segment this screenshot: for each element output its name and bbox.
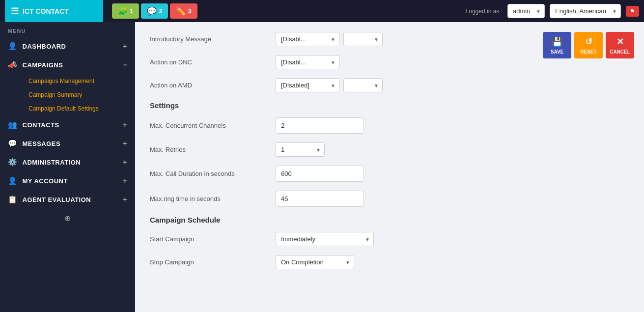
cancel-label: CANCEL xyxy=(610,49,630,55)
flag-button[interactable]: ⚑ xyxy=(626,6,639,17)
campaigns-management-link[interactable]: Campaigns Management xyxy=(20,74,135,88)
start-campaign-row: Start Campaign Immediately Scheduled xyxy=(150,232,629,246)
cancel-button[interactable]: ✕ CANCEL xyxy=(606,32,634,58)
intro-select1-wrapper[interactable]: [Disabl... xyxy=(276,32,339,46)
max-concurrent-channels-input[interactable] xyxy=(276,117,364,134)
max-ring-time-controls xyxy=(276,191,364,207)
sidebar: MENU 👤 DASHBOARD + 📣 CAMPAIGNS − Campaig… xyxy=(0,22,135,312)
sidebar-dashboard-label: DASHBOARD xyxy=(23,43,66,50)
action-on-amd-controls: [Disabled] xyxy=(276,78,383,92)
action-on-dnc-controls: [Disabl... xyxy=(276,55,339,69)
intro-message-select2[interactable] xyxy=(343,32,383,46)
max-concurrent-channels-row: Max. Concurrent Channels xyxy=(150,117,629,134)
sidebar-item-contacts[interactable]: 👥 CONTACTS + xyxy=(0,115,135,134)
reset-label: RESET xyxy=(580,49,596,55)
dashboard-expand-icon: + xyxy=(123,42,127,50)
max-call-duration-input[interactable] xyxy=(276,166,364,182)
tab-3-button[interactable]: ✏️ 3 xyxy=(170,3,197,19)
administration-expand-icon: + xyxy=(123,158,127,166)
campaigns-submenu: Campaigns Management Campaign Summary Ca… xyxy=(0,74,135,115)
max-ring-time-label: Max.ring time in seconds xyxy=(150,195,268,202)
max-retries-select-wrapper[interactable]: 1 2 3 xyxy=(276,142,325,157)
action-on-amd-select2[interactable] xyxy=(343,78,383,92)
campaign-summary-link[interactable]: Campaign Summary xyxy=(20,88,135,102)
agent-evaluation-expand-icon: + xyxy=(123,196,127,203)
reset-button[interactable]: ↺ RESET xyxy=(574,32,603,58)
dashboard-icon: 👤 xyxy=(8,42,18,51)
action-on-dnc-select[interactable]: [Disabl... xyxy=(276,55,339,69)
start-campaign-select-wrapper[interactable]: Immediately Scheduled xyxy=(276,232,374,246)
lang-select-wrapper[interactable]: English, American xyxy=(550,4,621,18)
intro-message-select1[interactable]: [Disabl... xyxy=(276,32,339,46)
max-call-duration-row: Max. Call Duration in seconds xyxy=(150,166,629,182)
stop-campaign-select[interactable]: On Completion Scheduled xyxy=(276,255,354,269)
save-icon: 💾 xyxy=(552,36,562,47)
admin-select[interactable]: admin xyxy=(507,4,545,18)
start-campaign-select[interactable]: Immediately Scheduled xyxy=(276,232,374,246)
sidebar-item-messages[interactable]: 💬 MESSAGES + xyxy=(0,134,135,153)
sidebar-contacts-label: CONTACTS xyxy=(23,121,59,129)
messages-expand-icon: + xyxy=(123,140,127,147)
sidebar-agent-evaluation-label: AGENT EVALUATION xyxy=(23,196,91,203)
stop-campaign-controls: On Completion Scheduled xyxy=(276,255,354,269)
header-right: Logged in as : admin English, American ⚑ xyxy=(466,4,639,18)
lang-select[interactable]: English, American xyxy=(550,4,621,18)
sidebar-campaigns-label: CAMPAIGNS xyxy=(23,61,63,69)
logged-in-label: Logged in as : xyxy=(466,8,503,15)
tab-2-button[interactable]: 💬 2 xyxy=(141,3,168,19)
introductory-message-controls: [Disabl... xyxy=(276,32,383,46)
sidebar-item-my-account[interactable]: 👤 MY ACCOUNT + xyxy=(0,171,135,190)
start-campaign-controls: Immediately Scheduled xyxy=(276,232,374,246)
intro-select2-wrapper[interactable] xyxy=(343,32,383,46)
max-call-duration-controls xyxy=(276,166,364,182)
sidebar-item-administration[interactable]: ⚙️ ADMINISTRATION + xyxy=(0,153,135,171)
campaigns-icon: 📣 xyxy=(8,60,18,69)
bottom-add-icon: ⊕ xyxy=(64,214,71,223)
max-ring-time-input[interactable] xyxy=(276,191,364,207)
tab-2-label: 2 xyxy=(159,7,162,15)
messages-icon: 💬 xyxy=(8,139,18,148)
contacts-icon: 👥 xyxy=(8,120,18,129)
sidebar-messages-label: MESSAGES xyxy=(23,140,61,147)
dnc-select-wrapper[interactable]: [Disabl... xyxy=(276,55,339,69)
sidebar-administration-label: ADMINISTRATION xyxy=(23,159,81,166)
sidebar-bottom-add[interactable]: ⊕ xyxy=(0,209,135,228)
max-retries-row: Max. Retries 1 2 3 xyxy=(150,142,629,157)
brand: ☰ ICT CONTACT xyxy=(5,0,103,22)
agent-evaluation-icon: 📋 xyxy=(8,195,18,204)
amd-select1-wrapper[interactable]: [Disabled] xyxy=(276,78,339,92)
campaign-default-settings-link[interactable]: Campaign Default Settings xyxy=(20,102,135,115)
flag-icon: ⚑ xyxy=(630,8,635,15)
hamburger-icon[interactable]: ☰ xyxy=(11,6,19,17)
max-concurrent-channels-label: Max. Concurrent Channels xyxy=(150,122,268,129)
my-account-expand-icon: + xyxy=(123,177,127,185)
tab-1-button[interactable]: 🧩 1 xyxy=(112,3,139,19)
save-button[interactable]: 💾 SAVE xyxy=(543,32,571,58)
sidebar-item-agent-evaluation[interactable]: 📋 AGENT EVALUATION + xyxy=(0,190,135,209)
tab-1-icon: 🧩 xyxy=(118,6,128,16)
max-ring-time-row: Max.ring time in seconds xyxy=(150,191,629,207)
action-buttons: 💾 SAVE ↺ RESET ✕ CANCEL xyxy=(543,32,634,58)
sidebar-item-dashboard[interactable]: 👤 DASHBOARD + xyxy=(0,37,135,56)
max-retries-controls: 1 2 3 xyxy=(276,142,325,157)
max-retries-select[interactable]: 1 2 3 xyxy=(276,142,325,157)
action-on-amd-label: Action on AMD xyxy=(150,82,268,89)
tab-3-icon: ✏️ xyxy=(176,6,186,16)
amd-select2-wrapper[interactable] xyxy=(343,78,383,92)
tab-3-label: 3 xyxy=(188,7,191,15)
campaigns-collapse-icon: − xyxy=(123,61,127,69)
stop-campaign-label: Stop Campaign xyxy=(150,258,268,266)
admin-select-wrapper[interactable]: admin xyxy=(507,4,545,18)
sidebar-my-account-label: MY ACCOUNT xyxy=(23,177,68,185)
action-on-amd-row: Action on AMD [Disabled] xyxy=(150,78,629,92)
save-label: SAVE xyxy=(551,49,564,55)
stop-campaign-row: Stop Campaign On Completion Scheduled xyxy=(150,255,629,269)
sidebar-item-campaigns[interactable]: 📣 CAMPAIGNS − xyxy=(0,56,135,74)
action-on-amd-select1[interactable]: [Disabled] xyxy=(276,78,339,92)
my-account-icon: 👤 xyxy=(8,176,18,185)
top-header: ☰ ICT CONTACT 🧩 1 💬 2 ✏️ 3 Logged in as … xyxy=(0,0,644,22)
stop-campaign-select-wrapper[interactable]: On Completion Scheduled xyxy=(276,255,354,269)
max-call-duration-label: Max. Call Duration in seconds xyxy=(150,170,268,177)
settings-section-title: Settings xyxy=(150,101,629,110)
contacts-expand-icon: + xyxy=(123,121,127,129)
